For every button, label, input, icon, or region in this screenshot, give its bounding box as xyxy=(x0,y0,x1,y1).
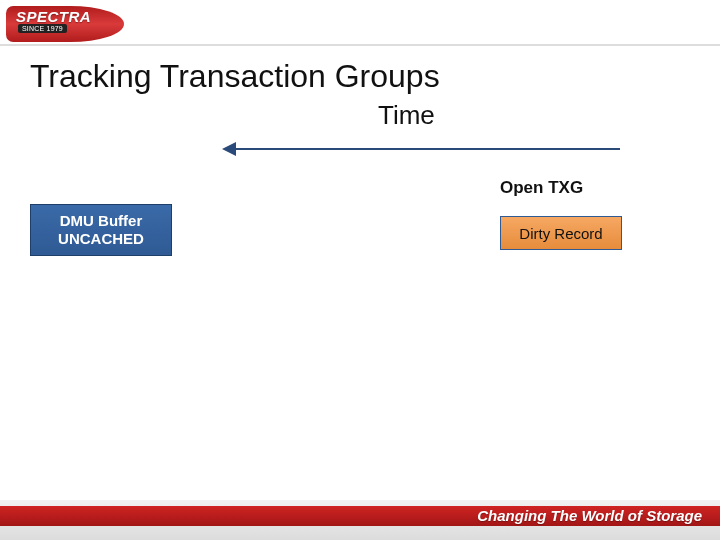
dirty-record-label: Dirty Record xyxy=(519,225,602,242)
footer-tagline: Changing The World of Storage xyxy=(477,507,702,524)
dmu-buffer-line1: DMU Buffer xyxy=(31,212,171,230)
arrow-line xyxy=(230,148,620,150)
time-axis-label: Time xyxy=(378,100,435,131)
slide-title: Tracking Transaction Groups xyxy=(30,58,440,95)
logo-brand-text: SPECTRA xyxy=(16,8,91,25)
brand-logo: SPECTRA SINCE 1979 xyxy=(6,6,124,42)
time-axis-arrow xyxy=(222,142,620,156)
header-divider xyxy=(0,44,720,46)
dmu-buffer-box: DMU Buffer UNCACHED xyxy=(30,204,172,256)
slide-root: SPECTRA SINCE 1979 Tracking Transaction … xyxy=(0,0,720,540)
open-txg-label: Open TXG xyxy=(500,178,583,198)
dmu-buffer-line2: UNCACHED xyxy=(31,230,171,248)
logo-since-text: SINCE 1979 xyxy=(18,24,67,33)
dirty-record-box: Dirty Record xyxy=(500,216,622,250)
